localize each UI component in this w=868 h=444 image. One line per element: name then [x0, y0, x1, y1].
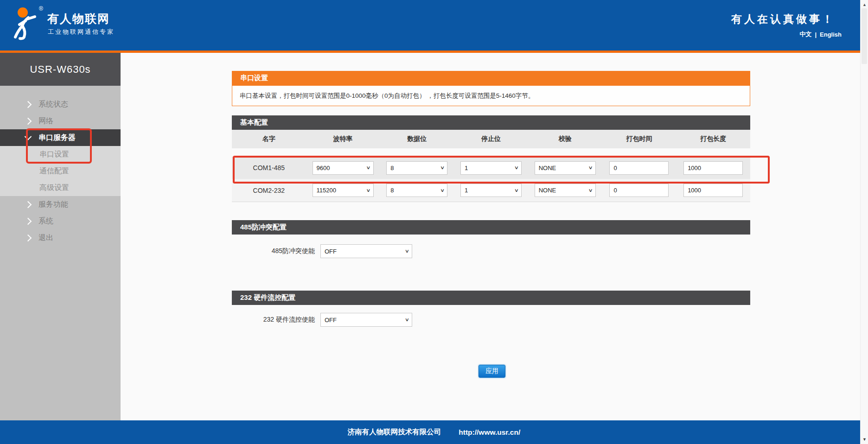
chevron-down-icon: ∨	[588, 165, 593, 170]
lang-english-link[interactable]: English	[820, 31, 842, 38]
chevron-down-icon: ∨	[588, 187, 593, 192]
select-value: OFF	[325, 248, 337, 255]
select-value: 8	[390, 187, 394, 194]
sidebar-item-label: 通信配置	[39, 166, 69, 176]
sidebar: USR-W630s 系统状态 网络 串口服务器 串口设置 通信配置	[0, 53, 121, 420]
table-row-com2-232: COM2-232 115200 ∨ 8 ∨ 1 ∨ NONE ∨	[232, 179, 750, 202]
sidebar-item-label: 高级设置	[39, 183, 69, 193]
rs485-anticollision-header: 485防冲突配置	[232, 220, 750, 235]
sidebar-item-system-status[interactable]: 系统状态	[0, 96, 121, 113]
table-row-com1-485: COM1-485 9600 ∨ 8 ∨ 1 ∨ NONE ∨	[232, 157, 750, 179]
col-header-name: 名字	[232, 135, 306, 143]
port-name-label: COM1-485	[232, 164, 306, 171]
sidebar-item-label: 系统	[38, 216, 53, 226]
scroll-down-arrow-icon[interactable]: ▼	[861, 437, 868, 442]
usr-person-logo-icon	[10, 6, 39, 42]
chevron-right-icon	[25, 234, 32, 241]
basic-config-header: 基本配置	[232, 115, 750, 130]
port-name-label: COM2-232	[232, 187, 306, 194]
com2-parity-select[interactable]: NONE ∨	[535, 184, 596, 197]
select-value: NONE	[539, 187, 556, 194]
sidebar-item-service-functions[interactable]: 服务功能	[0, 196, 121, 213]
col-header-stop-bits: 停止位	[454, 135, 528, 143]
com2-pack-time-input[interactable]	[609, 184, 669, 197]
page: ® 有人物联网 工业物联网通信专家 有人在认真做事！ 中文 | English …	[0, 0, 868, 444]
brand-subtitle: 工业物联网通信专家	[48, 28, 115, 36]
rs232-enable-label: 232 硬件流控使能	[232, 316, 320, 324]
select-value: 115200	[317, 187, 336, 194]
scrollbar-thumb[interactable]	[862, 8, 867, 64]
page-scrollbar[interactable]: ▲ ▼	[860, 0, 868, 444]
select-value: OFF	[325, 317, 337, 323]
com1-parity-select[interactable]: NONE ∨	[535, 161, 596, 175]
com1-pack-length-input[interactable]	[683, 161, 743, 175]
col-header-baud: 波特率	[306, 135, 380, 143]
sidebar-item-logout[interactable]: 退出	[0, 229, 121, 246]
chevron-down-icon: ∨	[405, 248, 409, 254]
com2-pack-length-input[interactable]	[683, 184, 743, 197]
footer-url-link[interactable]: http://www.usr.cn/	[459, 428, 520, 437]
top-header: ® 有人物联网 工业物联网通信专家 有人在认真做事！ 中文 | English	[0, 0, 860, 51]
chevron-right-icon	[25, 101, 32, 108]
orange-accent-line	[0, 51, 860, 53]
com1-stop-bits-select[interactable]: 1 ∨	[460, 161, 522, 175]
chevron-right-icon	[25, 201, 32, 208]
com1-pack-time-input[interactable]	[609, 161, 669, 175]
select-value: 1	[465, 165, 468, 171]
rs485-enable-select[interactable]: OFF ∨	[320, 244, 412, 258]
rs232-enable-row: 232 硬件流控使能 OFF ∨	[232, 311, 412, 328]
language-switcher: 中文 | English	[799, 30, 842, 38]
brand-title: 有人物联网	[47, 11, 110, 26]
sidebar-item-serial-settings[interactable]: 串口设置	[0, 146, 121, 163]
sidebar-item-network[interactable]: 网络	[0, 113, 121, 129]
serial-settings-description: 串口基本设置，打包时间可设置范围是0-1000毫秒（0为自动打包） ，打包长度可…	[232, 85, 750, 106]
apply-button[interactable]: 应用	[479, 365, 505, 378]
chevron-down-icon: ∨	[366, 187, 370, 192]
sidebar-item-serial-server[interactable]: 串口服务器	[0, 129, 121, 146]
rs485-enable-row: 485防冲突使能 OFF ∨	[232, 243, 412, 260]
sidebar-item-label: 退出	[38, 233, 53, 243]
com2-data-bits-select[interactable]: 8 ∨	[386, 184, 447, 197]
footer-company: 济南有人物联网技术有限公司	[348, 427, 441, 437]
chevron-down-icon	[25, 133, 32, 140]
sidebar-item-comm-config[interactable]: 通信配置	[0, 163, 121, 179]
sidebar-item-label: 网络	[38, 116, 53, 126]
col-header-parity: 校验	[528, 135, 602, 143]
basic-config-column-headers: 名字 波特率 数据位 停止位 校验 打包时间 打包长度	[232, 130, 750, 148]
com1-data-bits-select[interactable]: 8 ∨	[386, 161, 447, 175]
chevron-down-icon: ∨	[440, 165, 445, 170]
sidebar-item-label: 串口服务器	[38, 133, 76, 143]
table-spacer-row	[232, 148, 750, 157]
sidebar-menu: 系统状态 网络 串口服务器 串口设置 通信配置 高级设置	[0, 86, 121, 246]
rs232-flowcontrol-header: 232 硬件流控配置	[232, 291, 750, 305]
com2-stop-bits-select[interactable]: 1 ∨	[460, 184, 522, 197]
serial-settings-header: 串口设置	[232, 71, 750, 85]
sidebar-item-label: 串口设置	[39, 150, 69, 159]
scroll-up-arrow-icon[interactable]: ▲	[861, 2, 868, 7]
rs485-enable-label: 485防冲突使能	[232, 247, 320, 255]
sidebar-item-system[interactable]: 系统	[0, 213, 121, 229]
select-value: 1	[465, 187, 468, 194]
sidebar-item-label: 服务功能	[38, 200, 68, 209]
registered-trademark-icon: ®	[39, 6, 43, 12]
chevron-down-icon: ∨	[405, 317, 409, 322]
sidebar-item-label: 系统状态	[38, 100, 68, 109]
chevron-down-icon: ∨	[366, 165, 370, 170]
lang-chinese-link[interactable]: 中文	[799, 30, 811, 38]
header-slogan: 有人在认真做事！	[731, 12, 835, 26]
sidebar-item-advanced-settings[interactable]: 高级设置	[0, 179, 121, 196]
rs232-enable-select[interactable]: OFF ∨	[320, 313, 412, 327]
device-model-title: USR-W630s	[0, 53, 121, 86]
chevron-right-icon	[25, 117, 32, 125]
col-header-data-bits: 数据位	[380, 135, 454, 143]
footer: 济南有人物联网技术有限公司 http://www.usr.cn/	[0, 420, 868, 444]
com1-baud-select[interactable]: 9600 ∨	[313, 161, 374, 175]
chevron-down-icon: ∨	[440, 187, 445, 192]
lang-divider: |	[815, 31, 817, 38]
select-value: 8	[390, 165, 394, 171]
chevron-right-icon	[25, 217, 32, 225]
select-value: NONE	[539, 165, 556, 171]
chevron-down-icon: ∨	[514, 165, 519, 170]
select-value: 9600	[317, 165, 330, 171]
com2-baud-select[interactable]: 115200 ∨	[313, 184, 374, 197]
